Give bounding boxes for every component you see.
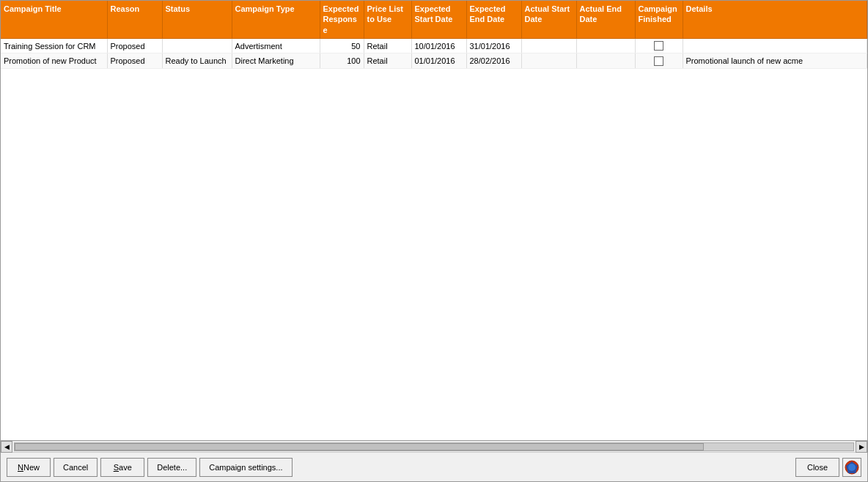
save-button[interactable]: Save <box>100 458 144 477</box>
campaign-finished-checkbox[interactable] <box>654 41 663 51</box>
campaign-finished-cell[interactable] <box>635 53 683 69</box>
delete-button[interactable]: Delete... <box>147 458 196 477</box>
table-cell <box>576 53 635 69</box>
scroll-thumb[interactable] <box>15 443 704 451</box>
table-row[interactable]: Promotion of new ProductProposedReady to… <box>1 53 867 69</box>
cancel-button[interactable]: Cancel <box>54 458 98 477</box>
table-cell: Advertisment <box>232 38 320 53</box>
table-row[interactable]: Training Session for CRMProposedAdvertis… <box>1 38 867 53</box>
table-cell: 28/02/2016 <box>466 53 521 69</box>
table-cell: 10/01/2016 <box>411 38 466 53</box>
scroll-right-button[interactable]: ▶ <box>856 441 867 453</box>
campaign-settings-button[interactable]: Campaign settings... <box>199 458 292 477</box>
table-cell: 100 <box>320 53 364 69</box>
table-cell <box>521 38 576 53</box>
col-header-campaign-type: Campaign Type <box>232 1 320 38</box>
scroll-track[interactable] <box>14 442 854 451</box>
footer-toolbar: NNew Cancel Save Delete... Campaign sett… <box>1 452 867 481</box>
table-area: Campaign Title Reason Status Campaign Ty… <box>1 1 867 440</box>
main-container: Campaign Title Reason Status Campaign Ty… <box>0 0 868 482</box>
table-header-row: Campaign Title Reason Status Campaign Ty… <box>1 1 867 38</box>
table-cell <box>521 53 576 69</box>
col-header-campaign-finished: Campaign Finished <box>635 1 683 38</box>
table-cell: Proposed <box>107 38 162 53</box>
table-cell: Ready to Launch <box>162 53 232 69</box>
scroll-left-button[interactable]: ◀ <box>1 441 12 453</box>
table-cell <box>162 38 232 53</box>
new-button[interactable]: NNew <box>7 458 51 477</box>
campaign-finished-checkbox[interactable] <box>654 56 663 66</box>
col-header-expected-start: Expected Start Date <box>411 1 466 38</box>
col-header-campaign-title: Campaign Title <box>1 1 107 38</box>
close-button[interactable]: Close <box>795 458 839 477</box>
table-cell: Proposed <box>107 53 162 69</box>
table-cell: 50 <box>320 38 364 53</box>
details-cell <box>683 38 867 53</box>
help-icon <box>845 460 859 475</box>
details-cell: Promotional launch of new acme <box>683 53 867 69</box>
col-header-price-list: Price List to Use <box>364 1 411 38</box>
table-cell: Promotion of new Product <box>1 53 107 69</box>
col-header-actual-end: Actual End Date <box>576 1 635 38</box>
help-button[interactable] <box>842 458 861 477</box>
col-header-expected-response: Expected Response <box>320 1 364 38</box>
campaigns-table: Campaign Title Reason Status Campaign Ty… <box>1 1 867 69</box>
table-cell: Training Session for CRM <box>1 38 107 53</box>
table-cell: Retail <box>364 38 411 53</box>
col-header-status: Status <box>162 1 232 38</box>
horizontal-scrollbar: ◀ ▶ <box>1 440 867 452</box>
table-cell: 01/01/2016 <box>411 53 466 69</box>
col-header-details: Details <box>683 1 867 38</box>
table-cell: Direct Marketing <box>232 53 320 69</box>
col-header-actual-start: Actual Start Date <box>521 1 576 38</box>
col-header-reason: Reason <box>107 1 162 38</box>
col-header-expected-end: Expected End Date <box>466 1 521 38</box>
table-cell: Retail <box>364 53 411 69</box>
table-body: Training Session for CRMProposedAdvertis… <box>1 38 867 68</box>
campaign-finished-cell[interactable] <box>635 38 683 53</box>
table-cell <box>576 38 635 53</box>
table-cell: 31/01/2016 <box>466 38 521 53</box>
